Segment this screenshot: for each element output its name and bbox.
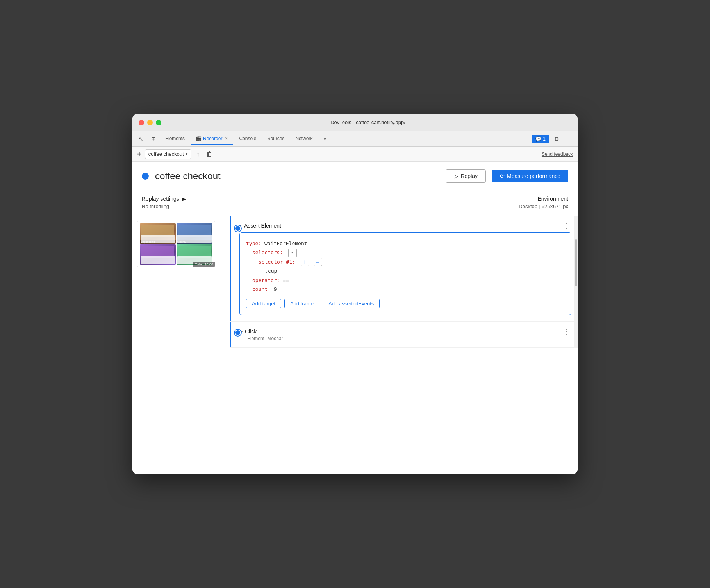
step-title-click: Click	[245, 328, 559, 335]
more-icon[interactable]: ⋮	[564, 134, 574, 144]
environment-value: Desktop | 625×671 px	[519, 203, 568, 209]
chevron-right-icon: ▶	[182, 196, 186, 202]
settings-bar: Replay settings ▶ No throttling Environm…	[132, 189, 578, 216]
main-content: coffee checkout ▷ Replay ⟳ Measure perfo…	[132, 162, 578, 474]
cursor-icon[interactable]: ↖	[136, 134, 146, 144]
throttling-label: No throttling	[142, 203, 519, 209]
close-button[interactable]	[139, 120, 144, 125]
code-count-val: 9	[274, 286, 277, 292]
play-icon: ▷	[454, 173, 458, 179]
add-recording-button[interactable]: +	[137, 150, 142, 158]
devtools-window: DevTools - coffee-cart.netlify.app/ ↖ ⊞ …	[132, 114, 578, 474]
step-subtitle-click: Element "Mocha"	[239, 336, 571, 341]
code-selector1-val: .cup	[265, 268, 277, 274]
step-header-assert[interactable]: ▾ Assert Element ⋮	[239, 222, 571, 229]
panel-icon[interactable]: ⊞	[148, 134, 159, 144]
scrollbar-track[interactable]	[574, 216, 578, 348]
recording-actions: ↑ 🗑	[194, 150, 215, 159]
maximize-button[interactable]	[156, 120, 161, 125]
code-selectors-key: selectors:	[252, 249, 283, 255]
settings-icon[interactable]: ⚙	[551, 134, 562, 144]
add-frame-button[interactable]: Add frame	[284, 299, 319, 308]
step-dot-assert	[235, 225, 241, 232]
tab-sources[interactable]: Sources	[262, 133, 289, 145]
code-type-key: type:	[246, 241, 261, 246]
chevron-down-icon: ▾	[186, 151, 188, 157]
recorder-close-icon[interactable]: ✕	[225, 136, 228, 141]
measure-icon: ⟳	[500, 173, 505, 179]
code-operator-val: ==	[283, 277, 289, 283]
recording-thumbnail: Cappuccino Mocha Total: $0.00	[137, 221, 215, 267]
measure-performance-button[interactable]: ⟳ Measure performance	[492, 170, 568, 182]
recording-status-dot	[142, 173, 149, 180]
thumbnail-panel: Cappuccino Mocha Total: $0.00	[132, 216, 222, 348]
settings-right: Environment Desktop | 625×671 px	[519, 196, 568, 209]
sub-toolbar: + coffee checkout ▾ ↑ 🗑 Send feedback	[132, 147, 578, 162]
tab-console[interactable]: Console	[234, 133, 261, 145]
step-actions-assert: Add target Add frame Add assertedEvents	[246, 299, 565, 308]
step-content-assert: type: waitForElement selectors: ↖ select…	[239, 232, 571, 315]
add-target-button[interactable]: Add target	[246, 299, 281, 308]
toolbar-right: 💬 1 ⚙ ⋮	[532, 134, 574, 144]
chat-icon: 💬	[535, 136, 541, 142]
selector-cursor-btn[interactable]: ↖	[288, 249, 297, 257]
chat-button[interactable]: 💬 1	[532, 135, 549, 143]
recording-title: coffee checkout	[155, 171, 439, 182]
titlebar: DevTools - coffee-cart.netlify.app/	[132, 114, 578, 131]
code-type-val: waitForElement	[264, 241, 307, 246]
export-button[interactable]: ↑	[194, 150, 202, 159]
step-menu-button-click[interactable]: ⋮	[561, 328, 571, 335]
settings-left: Replay settings ▶ No throttling	[142, 196, 519, 209]
recorder-icon: 🎬	[196, 136, 202, 141]
replay-button[interactable]: ▷ Replay	[446, 169, 486, 183]
code-count-key: count:	[252, 286, 271, 292]
code-operator-key: operator:	[252, 277, 280, 283]
steps-area: Cappuccino Mocha Total: $0.00	[132, 216, 578, 348]
tab-more[interactable]: »	[319, 133, 331, 145]
selector-add-btn[interactable]: +	[301, 258, 309, 266]
tab-network[interactable]: Network	[291, 133, 317, 145]
replay-settings-toggle[interactable]: Replay settings ▶	[142, 196, 519, 202]
step-header-click[interactable]: ▶ Click ⋮	[239, 328, 571, 335]
add-asserted-events-button[interactable]: Add assertedEvents	[323, 299, 380, 308]
scrollbar-thumb[interactable]	[575, 239, 577, 286]
code-selector1-key: selector #1:	[259, 259, 295, 265]
recording-header: coffee checkout ▷ Replay ⟳ Measure perfo…	[132, 162, 578, 189]
delete-button[interactable]: 🗑	[204, 150, 215, 159]
environment-title: Environment	[519, 196, 568, 202]
minimize-button[interactable]	[147, 120, 153, 125]
step-assert-element: ▾ Assert Element ⋮ type: waitForElement …	[230, 216, 578, 322]
steps-timeline: ▾ Assert Element ⋮ type: waitForElement …	[222, 216, 578, 348]
step-menu-button-assert[interactable]: ⋮	[561, 222, 571, 229]
step-click: ▶ Click ⋮ Element "Mocha"	[230, 322, 578, 348]
tab-bar: ↖ ⊞ Elements 🎬 Recorder ✕ Console Source…	[132, 131, 578, 147]
recording-selector[interactable]: coffee checkout ▾	[145, 149, 191, 159]
tab-elements[interactable]: Elements	[161, 133, 189, 145]
send-feedback-link[interactable]: Send feedback	[542, 151, 573, 157]
window-title: DevTools - coffee-cart.netlify.app/	[164, 119, 571, 125]
selector-remove-btn[interactable]: −	[314, 258, 322, 266]
tab-recorder[interactable]: 🎬 Recorder ✕	[191, 133, 233, 145]
step-title-assert: Assert Element	[244, 223, 559, 229]
step-dot-click	[235, 330, 241, 336]
